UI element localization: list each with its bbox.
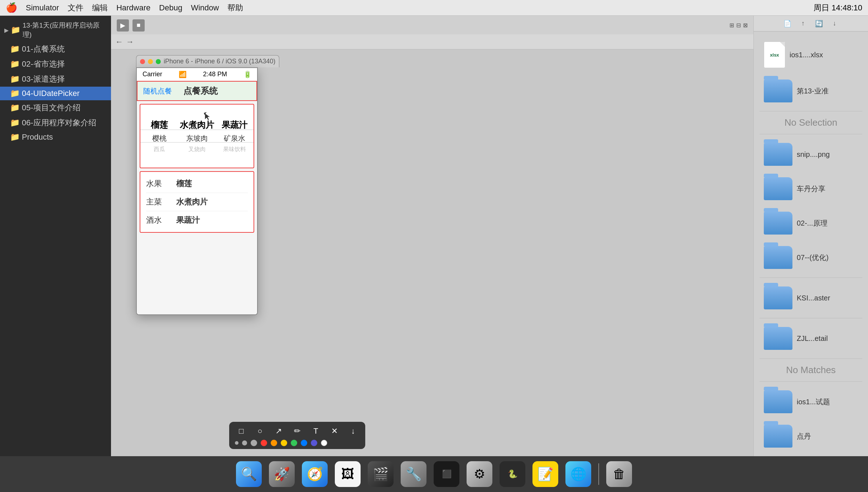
value-1: 水煮肉片 (176, 197, 208, 207)
editor-toggle[interactable]: ⊞⊟⊠ (729, 22, 748, 29)
folder-label-zjl: ZJL...etail (797, 334, 828, 343)
sidebar-item-06[interactable]: 📁 06-应用程序对象介绍 (0, 115, 111, 130)
color-red[interactable] (261, 440, 267, 446)
picker-item: 榴莲 (151, 119, 168, 131)
folder-label-ksi: KSI...aster (797, 294, 830, 302)
picker-item: 果味饮料 (223, 145, 246, 154)
window-menu[interactable]: Window (191, 3, 219, 13)
text-tool[interactable]: T (309, 425, 322, 438)
color-blue[interactable] (301, 440, 307, 446)
sidebar-item-products[interactable]: 📁 Products (0, 130, 111, 144)
folder-label-snip: snip....png (797, 150, 830, 159)
close-window-btn[interactable] (140, 59, 145, 64)
sidebar-item-04[interactable]: 📁 04-UIDatePicker (0, 87, 111, 100)
chevron-down-icon: ▶ (4, 27, 9, 34)
close-tool[interactable]: ✕ (328, 425, 341, 438)
sidebar-item-01[interactable]: 📁 01-点餐系统 (0, 42, 111, 57)
size-large[interactable] (251, 440, 257, 446)
color-white[interactable] (321, 440, 327, 446)
notes-dock-icon[interactable]: 📝 (532, 461, 558, 487)
folder-icon: 📁 (10, 118, 20, 127)
sidebar-root[interactable]: ▶ 📁 13-第1天(应用程序启动原理) (0, 19, 111, 42)
category-1: 主菜 (146, 197, 168, 207)
simulator-menu[interactable]: Simulator (26, 3, 59, 13)
save-tool[interactable]: ↓ (347, 425, 360, 438)
nav-back-btn[interactable]: ← (115, 37, 123, 47)
nav-title: 点餐系统 (183, 85, 218, 97)
run-button[interactable]: ▶ (117, 19, 129, 32)
right-panel-toolbar: 📄 ↑ 🔄 ↓ (754, 16, 868, 32)
imovie-dock-icon[interactable]: 🎬 (368, 461, 394, 487)
debug-menu[interactable]: Debug (159, 3, 182, 13)
folder-icon-chedan (764, 177, 792, 200)
apple-menu[interactable]: 🍎 (6, 2, 17, 13)
right-panel-btn-1[interactable]: 📄 (782, 18, 793, 29)
right-panel: 📄 ↑ 🔄 ↓ xlsx ios1....xlsx 第13-业准 No Sele… (753, 16, 868, 456)
tools-dock-icon[interactable]: 🔧 (401, 461, 426, 487)
pen-tool[interactable]: ✏ (291, 425, 304, 438)
photos-dock-icon[interactable]: 🖼 (335, 461, 361, 487)
arrow-tool[interactable]: ↗ (272, 425, 285, 438)
file-menu[interactable]: 文件 (68, 3, 83, 13)
picker-col-3[interactable]: 果蔬汁 矿泉水 果味饮料 (216, 105, 254, 168)
sidebar-item-02[interactable]: 📁 02-省市选择 (0, 57, 111, 72)
sidebar-label-products: Products (22, 132, 53, 142)
divider4 (760, 318, 862, 318)
folder-icon-13 (764, 79, 792, 102)
launchpad-dock-icon[interactable]: 🚀 (269, 461, 295, 487)
sidebar-label-06: 06-应用程序对象介绍 (22, 117, 96, 128)
safari-dock-icon[interactable]: 🧭 (302, 461, 328, 487)
picker-item: 西瓜 (154, 145, 165, 154)
terminal-dock-icon[interactable]: ⬛ (434, 461, 459, 487)
folder-icon-zjl (764, 327, 792, 350)
hardware-menu[interactable]: Hardware (116, 3, 150, 13)
folder-ios1[interactable]: ios1...试题 (760, 387, 862, 416)
apps-dock-icon[interactable]: 🌐 (565, 461, 591, 487)
folder-item-13[interactable]: 第13-业准 (760, 77, 862, 105)
folder-snip[interactable]: snip....png (760, 140, 862, 169)
pycharm-dock-icon[interactable]: 🐍 (500, 461, 525, 487)
maximize-window-btn[interactable] (156, 59, 161, 64)
color-yellow[interactable] (281, 440, 287, 446)
nav-forward-btn[interactable]: → (126, 37, 134, 47)
sidebar-item-03[interactable]: 📁 03-派遣选择 (0, 72, 111, 87)
color-green[interactable] (291, 440, 297, 446)
color-orange[interactable] (271, 440, 277, 446)
folder-02[interactable]: 02-...原理 (760, 209, 862, 237)
help-menu[interactable]: 帮助 (227, 3, 243, 13)
picker-col-1[interactable]: 榴莲 樱桃 西瓜 (140, 105, 178, 168)
trash-dock-icon[interactable]: 🗑 (606, 461, 632, 487)
size-medium[interactable] (242, 440, 247, 445)
file-item-xlsx[interactable]: xlsx ios1....xlsx (760, 39, 862, 71)
color-purple[interactable] (311, 440, 317, 446)
category-2: 酒水 (146, 215, 168, 226)
stop-button[interactable]: ■ (132, 19, 145, 32)
rect-tool[interactable]: □ (235, 425, 248, 438)
edit-menu[interactable]: 编辑 (92, 3, 108, 13)
menubar-time: 周日 14:48:10 (814, 3, 862, 13)
right-panel-btn-3[interactable]: 🔄 (813, 18, 825, 29)
right-panel-btn-2[interactable]: ↑ (797, 18, 809, 29)
right-panel-btn-4[interactable]: ↓ (829, 18, 840, 29)
file-label-xlsx: ios1....xlsx (790, 51, 823, 59)
minimize-window-btn[interactable] (148, 59, 153, 64)
folder-07[interactable]: 07--(优化) (760, 243, 862, 272)
divider2 (760, 134, 862, 134)
folder-dandan[interactable]: 点丹 (760, 422, 862, 450)
sidebar-label-02: 02-省市选择 (22, 59, 65, 69)
folder-zjl[interactable]: ZJL...etail (760, 324, 862, 353)
folder-ksi[interactable]: KSI...aster (760, 284, 862, 312)
sidebar-item-05[interactable]: 📁 05-项目文件介绍 (0, 100, 111, 115)
status-battery: 🔋 (243, 71, 251, 78)
menubar: 🍎 Simulator 文件 编辑 Hardware Debug Window … (0, 0, 868, 16)
picker-container[interactable]: 榴莲 樱桃 西瓜 水煮肉片 东坡肉 叉烧肉 果蔬汁 矿泉水 果味饮料 (140, 104, 254, 168)
no-matches-text: No Matches (786, 365, 836, 376)
prefs-dock-icon[interactable]: ⚙ (467, 461, 492, 487)
nav-left-btn[interactable]: 随机点餐 (143, 86, 172, 96)
picker-inner: 榴莲 樱桃 西瓜 水煮肉片 东坡肉 叉烧肉 果蔬汁 矿泉水 果味饮料 (140, 105, 254, 168)
picker-col-2[interactable]: 水煮肉片 东坡肉 叉烧肉 (178, 105, 216, 168)
circle-tool[interactable]: ○ (254, 425, 266, 438)
finder-dock-icon[interactable]: 🔍 (236, 461, 262, 487)
size-small[interactable] (235, 441, 238, 445)
folder-chedanshanxing[interactable]: 车丹分享 (760, 174, 862, 203)
